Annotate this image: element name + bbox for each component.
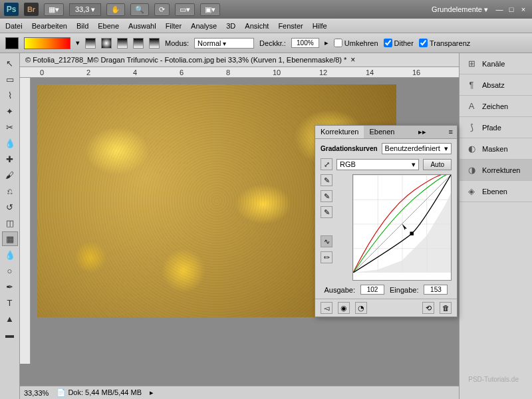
menu-datei[interactable]: Datei bbox=[5, 22, 23, 30]
zoom-status[interactable]: 33,33% bbox=[24, 389, 49, 397]
opacity-label: Deckkr.: bbox=[259, 39, 286, 47]
panel-ebenen[interactable]: ◈Ebenen bbox=[460, 181, 532, 202]
menu-bild[interactable]: Bild bbox=[76, 22, 88, 30]
dodge-tool[interactable]: ○ bbox=[2, 263, 18, 278]
lasso-tool[interactable]: ⌇ bbox=[2, 88, 18, 102]
menu-analyse[interactable]: Analyse bbox=[191, 22, 217, 30]
eraser-tool[interactable]: ◫ bbox=[2, 215, 18, 230]
path-select[interactable]: ▲ bbox=[2, 311, 18, 326]
wand-tool[interactable]: ✦ bbox=[2, 104, 18, 118]
menu-ebene[interactable]: Ebene bbox=[98, 22, 119, 30]
angle-gradient-icon[interactable] bbox=[117, 38, 128, 49]
tool-preset[interactable] bbox=[5, 37, 19, 49]
view-prev-icon[interactable]: ◉ bbox=[338, 302, 350, 314]
minimize-button[interactable]: — bbox=[495, 5, 504, 14]
panel-kanaele[interactable]: ⊞Kanäle bbox=[460, 53, 532, 74]
pen-tool[interactable]: ✒ bbox=[2, 279, 18, 294]
linear-gradient-icon[interactable] bbox=[85, 38, 96, 49]
panel-pfade[interactable]: ⟆Pfade bbox=[460, 117, 532, 138]
rotate-view-icon[interactable]: ⟳ bbox=[154, 3, 170, 16]
eyedropper-black-icon[interactable]: ✎ bbox=[321, 174, 332, 186]
history-brush[interactable]: ↺ bbox=[2, 200, 18, 214]
marquee-tool[interactable]: ▭ bbox=[2, 72, 18, 86]
auto-button[interactable]: Auto bbox=[423, 159, 452, 170]
zoom-level[interactable]: 33,3 ▾ bbox=[69, 3, 101, 16]
shape-tool[interactable]: ▬ bbox=[2, 327, 18, 342]
gradient-tool[interactable]: ▦ bbox=[2, 231, 18, 246]
panel-zeichen[interactable]: AZeichen bbox=[460, 96, 532, 117]
photoshop-icon[interactable]: Ps bbox=[4, 3, 19, 16]
options-bar: ▾ Modus: Normal ▾ Deckkr.: 100% ▸ Umkehr… bbox=[0, 33, 532, 53]
menu-fenster[interactable]: Fenster bbox=[278, 22, 303, 30]
opacity-input[interactable]: 100% bbox=[291, 38, 319, 48]
reset-icon[interactable]: ⟲ bbox=[422, 302, 434, 314]
reverse-checkbox[interactable]: Umkehren bbox=[334, 39, 378, 47]
move-tool[interactable]: ↖ bbox=[2, 56, 18, 70]
gradient-dropdown-icon[interactable]: ▾ bbox=[76, 39, 80, 47]
tab-close-icon[interactable]: × bbox=[350, 55, 355, 65]
pencil-tool-icon[interactable]: ✏ bbox=[321, 251, 332, 263]
crop-tool[interactable]: ✂ bbox=[2, 120, 18, 134]
tab-korrekturen[interactable]: Korrekturen bbox=[315, 126, 364, 138]
panel-expand-icon[interactable]: ▸▸ bbox=[414, 126, 430, 138]
transparency-checkbox[interactable]: Transparenz bbox=[419, 39, 470, 47]
output-input[interactable] bbox=[360, 285, 384, 295]
type-tool[interactable]: T bbox=[2, 295, 18, 310]
preset-dropdown[interactable]: Benutzerdefiniert▾ bbox=[382, 143, 452, 154]
zoom-tool-icon[interactable]: 🔍 bbox=[130, 3, 149, 16]
menu-ansicht[interactable]: Ansicht bbox=[245, 22, 269, 30]
reflected-gradient-icon[interactable] bbox=[133, 38, 144, 49]
screen-mode-dropdown[interactable]: ▣▾ bbox=[200, 3, 220, 16]
menu-filter[interactable]: Filter bbox=[166, 22, 182, 30]
svg-rect-2 bbox=[410, 231, 414, 235]
curve-tool-icon[interactable]: ∿ bbox=[321, 235, 332, 247]
target-adjust-icon[interactable]: ⤢ bbox=[321, 158, 332, 170]
panel-masken[interactable]: ◐Masken bbox=[460, 138, 532, 160]
character-icon: A bbox=[466, 101, 477, 112]
ruler-horizontal: 0246810121416 bbox=[20, 67, 459, 78]
curves-panel: Korrekturen Ebenen ▸▸ ≡ Gradationskurven… bbox=[315, 125, 458, 317]
clip-icon[interactable]: ◔ bbox=[355, 302, 367, 314]
panel-korrekturen[interactable]: ◑Korrekturen bbox=[460, 160, 532, 181]
curves-graph[interactable] bbox=[352, 174, 452, 281]
diamond-gradient-icon[interactable] bbox=[149, 38, 160, 49]
panel-absatz[interactable]: ¶Absatz bbox=[460, 74, 532, 96]
output-label: Ausgabe: bbox=[325, 286, 355, 294]
heal-tool[interactable]: ✚ bbox=[2, 152, 18, 166]
menubar: Datei Bearbeiten Bild Ebene Auswahl Filt… bbox=[0, 19, 532, 33]
ruler-vertical bbox=[20, 78, 31, 364]
stamp-tool[interactable]: ⎌ bbox=[2, 184, 18, 198]
blur-tool[interactable]: 💧 bbox=[2, 247, 18, 262]
input-input[interactable] bbox=[424, 285, 448, 295]
eyedropper-tool[interactable]: 💧 bbox=[2, 136, 18, 150]
eyedropper-gray-icon[interactable]: ✎ bbox=[321, 190, 332, 202]
arrange-dropdown[interactable]: ▭▾ bbox=[175, 3, 195, 16]
panel-dock: ⊞Kanäle ¶Absatz AZeichen ⟆Pfade ◐Masken … bbox=[459, 53, 532, 399]
brush-tool[interactable]: 🖌 bbox=[2, 168, 18, 182]
close-button[interactable]: × bbox=[519, 5, 528, 14]
trash-icon[interactable]: 🗑 bbox=[440, 302, 452, 314]
gradient-picker[interactable] bbox=[24, 37, 70, 49]
workspace-switcher[interactable]: Grundelemente ▾ bbox=[432, 5, 488, 14]
menu-auswahl[interactable]: Auswahl bbox=[128, 22, 156, 30]
menu-hilfe[interactable]: Hilfe bbox=[313, 22, 327, 30]
menu-bearbeiten[interactable]: Bearbeiten bbox=[32, 22, 67, 30]
dither-checkbox[interactable]: Dither bbox=[384, 39, 414, 47]
paths-icon: ⟆ bbox=[466, 122, 477, 133]
return-icon[interactable]: ◅ bbox=[321, 302, 332, 314]
document-tab[interactable]: © Fotolia_212788_M© Dragan Trifunovic - … bbox=[20, 53, 459, 67]
eyedropper-white-icon[interactable]: ✎ bbox=[321, 206, 332, 218]
menu-3d[interactable]: 3D bbox=[226, 22, 235, 30]
bridge-icon[interactable]: Br bbox=[24, 3, 39, 16]
channel-dropdown[interactable]: RGB▾ bbox=[336, 159, 419, 170]
layout-dropdown[interactable]: ▦▾ bbox=[44, 3, 64, 16]
curves-title: Gradationskurven bbox=[321, 145, 378, 152]
tab-ebenen[interactable]: Ebenen bbox=[364, 126, 400, 138]
blend-mode-select[interactable]: Normal ▾ bbox=[194, 38, 254, 49]
radial-gradient-icon[interactable] bbox=[101, 38, 112, 49]
adjustments-icon: ◑ bbox=[466, 165, 477, 176]
panel-menu-icon[interactable]: ≡ bbox=[445, 126, 457, 138]
doc-size-status: 📄 Dok: 5,44 MB/5,44 MB bbox=[57, 388, 142, 397]
maximize-button[interactable]: □ bbox=[507, 5, 516, 14]
hand-tool-icon[interactable]: ✋ bbox=[106, 3, 125, 16]
